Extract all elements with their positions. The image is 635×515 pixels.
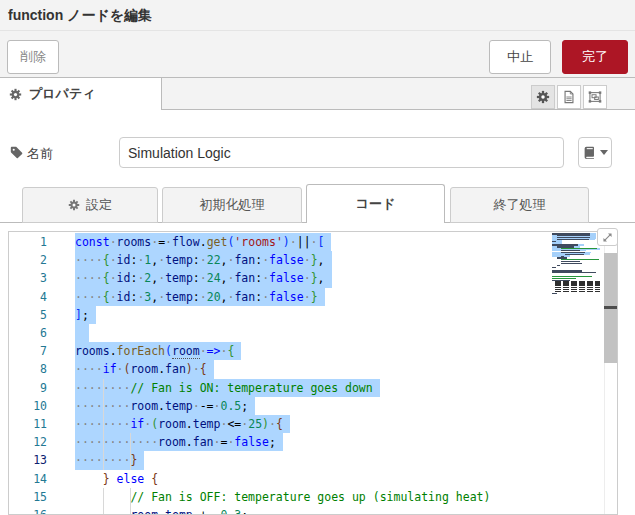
expand-editor-button[interactable] — [597, 228, 618, 246]
properties-tab-button[interactable] — [531, 85, 555, 109]
minimap-line — [561, 263, 582, 264]
object-group-icon — [588, 90, 602, 104]
line-number[interactable]: 1 — [9, 233, 47, 251]
line-number[interactable]: 9 — [9, 379, 47, 397]
description-tab-button[interactable] — [557, 85, 581, 109]
indent-guide — [103, 397, 104, 415]
minimap-line — [557, 265, 560, 266]
code-line[interactable]: ········room.temp·-=·0.5; — [75, 397, 255, 415]
library-button[interactable] — [578, 137, 612, 168]
line-number[interactable]: 3 — [9, 269, 47, 287]
appearance-tab-button[interactable] — [583, 85, 607, 109]
indent-guide — [103, 506, 104, 515]
line-number[interactable]: 7 — [9, 342, 47, 360]
line-number[interactable]: 4 — [9, 288, 47, 306]
minimap-line — [552, 267, 556, 268]
tab-on-stop-label: 終了処理 — [494, 196, 546, 214]
function-node-edit-dialog: { "header": { "title": "function ノードを編集"… — [0, 0, 635, 515]
expand-icon — [601, 231, 614, 244]
tab-code-label: コード — [356, 195, 396, 213]
tag-icon — [10, 146, 23, 159]
indent-guide — [103, 379, 104, 397]
minimap-line — [555, 291, 600, 292]
indent-guide — [103, 451, 104, 469]
line-number[interactable]: 8 — [9, 360, 47, 378]
code-line[interactable]: ]; — [75, 306, 96, 324]
properties-tab-label: プロパティ — [29, 85, 96, 103]
indent-guide — [103, 488, 104, 506]
line-number[interactable]: 6 — [9, 324, 47, 342]
code-line[interactable]: ············room.fan·=·false; — [75, 433, 283, 451]
tab-code[interactable]: コード — [306, 184, 445, 223]
cursor-position-marker — [604, 306, 617, 309]
gear-icon — [9, 88, 22, 101]
code-line[interactable]: ········if·(room.temp·<=·25)·{ — [75, 415, 290, 433]
book-icon — [583, 146, 596, 159]
line-number[interactable]: 11 — [9, 415, 47, 433]
line-number[interactable]: 15 — [9, 488, 47, 506]
name-input[interactable] — [119, 137, 564, 168]
tab-setup[interactable]: 設定 — [22, 187, 158, 223]
done-button[interactable]: 完了 — [562, 40, 628, 74]
line-number[interactable]: 14 — [9, 470, 47, 488]
code-line[interactable]: ····{·id:·3,·temp:·20,·fan:·false·} — [75, 288, 325, 306]
code-line[interactable] — [75, 324, 89, 342]
cancel-button[interactable]: 中止 — [489, 40, 551, 74]
name-label: 名前 — [27, 145, 53, 163]
code-line[interactable]: const·rooms·=·flow.get('rooms')·||·[ — [75, 233, 331, 251]
code-line[interactable]: ····if·(room.fan)·{ — [75, 360, 214, 378]
code-line[interactable]: ········} — [75, 451, 144, 469]
title-divider — [0, 30, 635, 31]
indent-guide — [130, 451, 131, 469]
code-line[interactable]: } else { — [75, 470, 158, 488]
delete-button[interactable]: 削除 — [7, 40, 59, 74]
gear-icon — [68, 199, 80, 211]
dialog-title: function ノードを編集 — [8, 7, 152, 25]
code-line[interactable]: room.temp += 0.3; — [75, 506, 248, 515]
tab-on-start-label: 初期化処理 — [200, 196, 265, 214]
tab-on-start[interactable]: 初期化処理 — [162, 187, 302, 223]
minimap[interactable] — [552, 233, 600, 303]
file-icon — [562, 90, 576, 104]
code-line[interactable]: // Fan is OFF: temperature goes up (simu… — [75, 488, 490, 506]
code-line[interactable]: rooms.forEach(room·=>·{ — [75, 342, 241, 360]
caret-down-icon — [600, 150, 608, 155]
tab-setup-label: 設定 — [86, 196, 112, 214]
indent-guide — [130, 488, 131, 506]
line-number[interactable]: 12 — [9, 433, 47, 451]
minimap-line — [552, 272, 596, 273]
code-editor[interactable]: 12345678910111213141516 const·rooms·=·fl… — [8, 231, 618, 515]
indent-guide — [103, 433, 104, 451]
tab-on-stop[interactable]: 終了処理 — [450, 187, 589, 223]
gear-icon — [536, 90, 550, 104]
indent-guide — [130, 506, 131, 515]
line-number[interactable]: 5 — [9, 306, 47, 324]
line-number[interactable]: 13 — [9, 451, 47, 469]
code-line[interactable]: ········// Fan is ON: temperature goes d… — [75, 379, 380, 397]
tab-properties[interactable]: プロパティ — [0, 78, 162, 110]
line-number[interactable]: 10 — [9, 397, 47, 415]
line-number[interactable]: 2 — [9, 251, 47, 269]
indent-guide — [103, 415, 104, 433]
code-line[interactable]: ····{·id:·2,·temp:·24,·fan:·false·}, — [75, 269, 332, 287]
line-number[interactable]: 16 — [9, 506, 47, 515]
minimap-line — [552, 293, 557, 294]
indent-guide — [130, 433, 131, 451]
code-line[interactable]: ····{·id:·1,·temp:·22,·fan:·false·}, — [75, 251, 332, 269]
